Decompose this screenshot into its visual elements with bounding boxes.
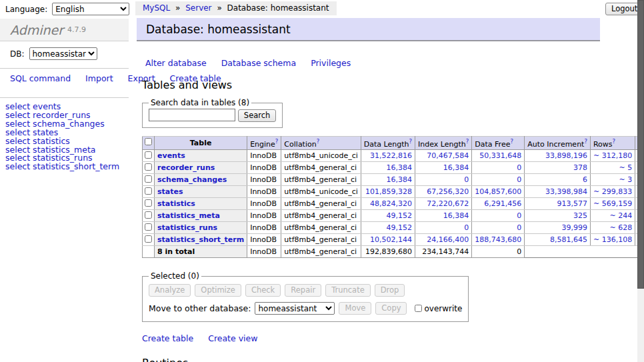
rows-link[interactable]: ~ 136,108 [593,235,632,244]
index-length-link[interactable]: 24,166,400 [427,235,469,244]
table-link-statistics[interactable]: statistics [157,199,195,208]
help-link[interactable]: ? [584,138,587,145]
table-link-recorder_runs[interactable]: recorder_runs [157,163,215,172]
engine-cell: InnoDB [247,150,281,162]
search-input[interactable] [149,109,235,121]
db-action-database-schema[interactable]: Database schema [221,58,296,68]
auto-increment-link[interactable]: 6 [583,175,587,184]
index-length-link[interactable]: 72,220,672 [427,199,469,208]
row-checkbox[interactable] [145,223,152,231]
table-link-states[interactable]: states [157,187,183,196]
rows-link[interactable]: ~ 628 [609,223,632,232]
sidebar-action-sql-command[interactable]: SQL command [10,73,71,83]
data-length-link[interactable]: 10,502,144 [370,235,412,244]
db-action-privileges[interactable]: Privileges [311,58,351,68]
row-checkbox[interactable] [145,199,152,207]
row-checkbox[interactable] [145,235,152,243]
index-length-link[interactable]: 16,384 [443,211,469,220]
data-length-link[interactable]: 16,384 [387,163,413,172]
auto-increment-link[interactable]: 39,999 [561,223,587,232]
check-button[interactable]: Check [245,284,281,297]
table-link-statistics_runs[interactable]: statistics_runs [157,223,217,232]
data-free-link[interactable]: 6,291,456 [484,199,521,208]
auto-increment-link[interactable]: 913,577 [557,199,587,208]
rows-link[interactable]: ~ 299,833 [593,187,632,196]
data-length-link[interactable]: 101,859,328 [365,187,412,196]
copy-button[interactable]: Copy [375,302,407,315]
auto-increment-link[interactable]: 33,398,984 [545,187,587,196]
help-link[interactable]: ? [510,138,513,145]
row-checkbox[interactable] [145,187,152,195]
app-version[interactable]: 4.7.9 [67,25,86,34]
row-checkbox[interactable] [145,163,152,171]
value-cell-index-length: 16,384 [415,210,472,222]
value-cell-data-length: 16,384 [361,174,415,186]
rows-link[interactable]: ~ 569,159 [593,199,632,208]
drop-button[interactable]: Drop [375,284,405,297]
row-checkbox[interactable] [145,151,152,159]
data-length-link[interactable]: 16,384 [387,175,413,184]
row-checkbox[interactable] [145,211,152,219]
rows-link[interactable]: ~ 3 [619,175,632,184]
data-free-link[interactable]: 0 [517,163,521,172]
table-link-statistics_meta[interactable]: statistics_meta [157,211,220,220]
rows-link[interactable]: ~ 312,180 [593,151,632,160]
rows-link[interactable]: ~ 5 [619,163,632,172]
data-length-link[interactable]: 48,824,320 [370,199,412,208]
db-select[interactable]: homeassistant [29,47,97,60]
help-link[interactable]: ? [409,138,413,145]
data-free-link[interactable]: 104,857,600 [475,187,521,196]
data-free-link[interactable]: 188,743,680 [475,235,521,244]
data-length-link[interactable]: 31,522,816 [370,151,412,160]
search-button[interactable]: Search [238,109,277,122]
data-length-link[interactable]: 49,152 [387,223,413,232]
table-link-statistics_short_term[interactable]: statistics_short_term [157,235,244,244]
language-select[interactable]: English [52,3,129,15]
table-link-schema_changes[interactable]: schema_changes [157,175,227,184]
data-free-link[interactable]: 50,331,648 [479,151,521,160]
help-link[interactable]: ? [275,138,279,145]
help-link[interactable]: ? [317,138,320,145]
data-free-link[interactable]: 0 [517,223,521,232]
help-link[interactable]: ? [613,138,616,145]
scrollbar-thumb[interactable] [637,0,644,289]
value-cell-data-free: 0 [472,210,525,222]
truncate-button[interactable]: Truncate [325,284,371,297]
data-length-link[interactable]: 49,152 [387,211,413,220]
db-action-alter-database[interactable]: Alter database [145,58,207,68]
auto-increment-link[interactable]: 33,898,196 [545,151,587,160]
total-name-cell: 8 in total [155,246,247,258]
move-button[interactable]: Move [339,302,371,315]
create-create-table[interactable]: Create table [142,333,193,343]
analyze-button[interactable]: Analyze [149,284,191,297]
index-length-link[interactable]: 70,467,584 [427,151,469,160]
move-database-select[interactable]: homeassistant [255,302,335,315]
optimize-button[interactable]: Optimize [195,284,241,297]
data-free-link[interactable]: 0 [517,175,521,184]
vertical-scrollbar[interactable] [637,0,644,362]
sidebar-action-import[interactable]: Import [85,73,113,83]
help-link[interactable]: ? [466,138,469,145]
table-link-events[interactable]: events [157,151,185,160]
rows-link[interactable]: ~ 244 [609,211,632,220]
breadcrumb-mysql-link[interactable]: MySQL [143,3,170,13]
repair-button[interactable]: Repair [285,284,321,297]
collation-cell: utf8mb4_general_ci [281,198,361,210]
auto-increment-link[interactable]: 8,581,645 [550,235,587,244]
create-create-view[interactable]: Create view [208,333,257,343]
index-length-link[interactable]: 16,384 [443,163,469,172]
auto-increment-link[interactable]: 325 [573,211,587,220]
index-length-link[interactable]: 0 [464,223,469,232]
routines-heading: Routines [142,357,609,362]
sidebar-table-select-statistics-short-term[interactable]: select statistics_short_term [5,163,119,171]
auto-increment-link[interactable]: 378 [573,163,587,172]
index-length-link[interactable]: 67,256,320 [427,187,469,196]
row-checkbox[interactable] [145,175,152,183]
data-free-link[interactable]: 0 [517,211,521,220]
overwrite-checkbox[interactable] [415,305,422,312]
index-length-link[interactable]: 0 [464,175,469,184]
breadcrumb-server-link[interactable]: Server [185,3,211,13]
row-checkbox-cell [143,162,155,174]
table-name-cell: states [155,186,247,198]
select-all-checkbox[interactable] [145,138,152,145]
